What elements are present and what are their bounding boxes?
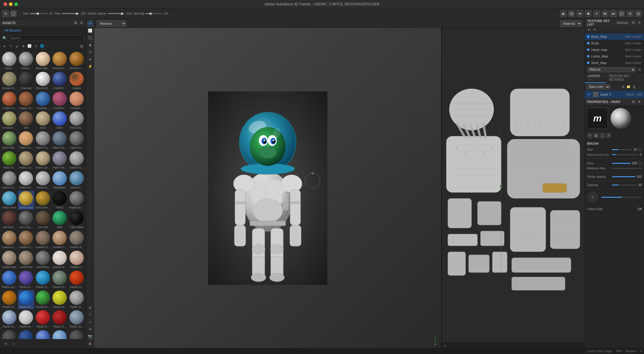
toolbar-icon-6[interactable]: ⏮ bbox=[610, 10, 617, 17]
material-item[interactable]: Plastic R... bbox=[35, 310, 51, 329]
tab-layers-close[interactable]: ✕ bbox=[589, 78, 591, 81]
material-item[interactable]: Copper bbox=[68, 71, 85, 91]
props-tool-1[interactable]: ✏ bbox=[587, 133, 592, 138]
material-item[interactable]: Plastic M... bbox=[1, 310, 17, 329]
layer-tool-add[interactable]: ⊕ bbox=[620, 85, 625, 89]
toolbar-icon-1[interactable] bbox=[560, 10, 566, 17]
sidebar-tool-render[interactable]: ◐ bbox=[87, 340, 94, 347]
material-item[interactable]: Plastic Th... bbox=[1, 330, 17, 339]
tool-btn-sphere[interactable]: ● bbox=[2, 43, 7, 49]
material-item[interactable]: Iron Old bbox=[35, 210, 51, 230]
sidebar-tool-2[interactable]: ⬜ bbox=[87, 27, 94, 34]
size-prop-slider[interactable] bbox=[612, 149, 632, 150]
maximize-button[interactable] bbox=[14, 2, 18, 6]
material-item[interactable]: Plastic Ar... bbox=[18, 270, 34, 289]
layer-row[interactable]: 👁 Layer 1 Norm- 100 bbox=[585, 91, 644, 98]
min-size-slider[interactable] bbox=[612, 154, 639, 155]
material-item[interactable]: Leather C... bbox=[1, 230, 17, 249]
tsl-item[interactable]: Body... Main shader bbox=[585, 40, 644, 46]
material-item[interactable]: Gold Armor bbox=[18, 191, 34, 210]
spacing-prop-slider[interactable] bbox=[612, 185, 637, 185]
tsl-item[interactable]: Limbs_Map Main shader bbox=[585, 53, 644, 60]
material-item[interactable]: Plastic Us... bbox=[18, 330, 34, 339]
material-item[interactable]: Fabric UC... bbox=[68, 151, 85, 170]
sidebar-tool-paint[interactable]: ✏ bbox=[87, 20, 94, 27]
layer-tool-folder[interactable]: 📁 bbox=[626, 85, 631, 89]
material-item[interactable]: Leather C... bbox=[18, 230, 34, 249]
tsl-item[interactable]: Shell_Map Main shader bbox=[585, 60, 644, 66]
sidebar-tool-4[interactable]: ◆ bbox=[87, 42, 94, 48]
assets-settings-icon[interactable]: ⚙ bbox=[73, 21, 78, 25]
material-item[interactable]: Glass Visor bbox=[1, 191, 17, 210]
rotation-slider[interactable] bbox=[601, 197, 642, 198]
material-item[interactable]: Creature... bbox=[35, 91, 51, 110]
material-item[interactable]: Chrome B... bbox=[35, 71, 51, 91]
tool-btn-more[interactable]: … bbox=[46, 43, 51, 49]
material-item[interactable]: Fabric Co... bbox=[35, 131, 51, 150]
material-item[interactable]: Rubber Dr... bbox=[68, 330, 85, 339]
material-item[interactable]: Leather F... bbox=[52, 230, 68, 249]
stroke-opacity-prop-slider[interactable] bbox=[612, 176, 635, 177]
viewport-material-select[interactable]: Material bbox=[97, 20, 126, 27]
material-item[interactable]: Dirt bbox=[18, 111, 34, 130]
material-item[interactable]: Leather R... bbox=[68, 230, 85, 249]
tsl-close-icon[interactable]: ✕ bbox=[637, 20, 642, 25]
flow-prop-slider[interactable] bbox=[612, 163, 631, 164]
material-item[interactable]: Dust bbox=[35, 111, 51, 130]
brush-preview[interactable]: m bbox=[587, 108, 608, 129]
material-item[interactable]: Plastic Gl... bbox=[18, 290, 34, 309]
flow-slider[interactable] bbox=[62, 13, 80, 14]
material-item[interactable]: Creature ... bbox=[68, 91, 85, 110]
material-item[interactable]: Fabric Str... bbox=[52, 151, 68, 170]
material-item[interactable]: Marble Fl... bbox=[52, 250, 68, 269]
material-selector-icon-1[interactable]: ⊡ bbox=[637, 67, 642, 72]
min-flow-slider[interactable] bbox=[612, 168, 642, 169]
props-tool-4[interactable]: ✕ bbox=[606, 133, 611, 138]
sidebar-tool-help[interactable]: ? bbox=[87, 312, 94, 318]
material-item[interactable]: Fabric De... bbox=[52, 131, 68, 150]
tsl-tool-2[interactable]: ⊕ bbox=[592, 27, 597, 32]
minimize-button[interactable] bbox=[9, 2, 13, 6]
material-item[interactable]: Alumin... bbox=[1, 51, 17, 71]
toolbar-icon-9[interactable] bbox=[635, 10, 642, 17]
material-item[interactable]: Fabric Lin... bbox=[35, 151, 51, 170]
material-item[interactable]: Creature ... bbox=[1, 111, 17, 130]
material-item[interactable]: Plastic Di... bbox=[68, 290, 85, 309]
layer-tool-delete[interactable]: 🗑 bbox=[632, 85, 637, 89]
material-item[interactable]: Plastic Di... bbox=[35, 290, 51, 309]
material-item[interactable]: Plastic Di... bbox=[1, 290, 17, 309]
tool-btn-filter[interactable]: ⧖ bbox=[33, 43, 38, 49]
material-item[interactable]: Plastic Us... bbox=[35, 330, 51, 339]
tsl-expand-icon[interactable]: ⊡ bbox=[631, 20, 636, 25]
material-item[interactable]: Gold Dam... bbox=[35, 191, 51, 210]
tsl-settings-btn[interactable]: Settings bbox=[616, 20, 630, 25]
material-item[interactable]: Marble V... bbox=[68, 250, 85, 269]
material-item[interactable]: Bone Styl... bbox=[35, 51, 51, 71]
toolbar-icon-2[interactable] bbox=[568, 10, 575, 17]
size-slider[interactable] bbox=[30, 13, 48, 14]
tool-settings[interactable] bbox=[10, 10, 17, 17]
material-item[interactable]: Glass Fl... bbox=[68, 171, 85, 190]
sidebar-tool-layers[interactable]: ≡ bbox=[87, 319, 94, 325]
tsl-item[interactable]: Body_Map Main shader bbox=[585, 33, 644, 40]
material-item[interactable]: Fabric Ca... bbox=[18, 131, 34, 150]
tool-btn-texture[interactable]: ⬜ bbox=[27, 43, 32, 49]
sidebar-tool-6[interactable]: ◈ bbox=[87, 56, 94, 63]
sidebar-tool-settings[interactable]: ⚙ bbox=[87, 305, 94, 311]
material-item[interactable]: Cobalt D... bbox=[52, 71, 68, 91]
material-item[interactable]: Fabric Lin... bbox=[18, 151, 34, 170]
tool-btn-alpha[interactable]: ◈ bbox=[21, 43, 26, 49]
toolbar-icon-pause[interactable] bbox=[602, 10, 608, 17]
sidebar-tool-camera[interactable]: 📷 bbox=[87, 333, 94, 340]
viewport-display-select[interactable]: Material bbox=[560, 20, 582, 27]
material-item[interactable]: Hull Dam... bbox=[1, 210, 17, 230]
toolbar-icon-8[interactable] bbox=[627, 10, 633, 17]
material-item[interactable]: Fiberglass bbox=[52, 171, 68, 190]
material-item[interactable]: Plastic Di... bbox=[52, 270, 68, 289]
search-input[interactable] bbox=[8, 35, 84, 41]
material-item[interactable]: Latex Black bbox=[68, 210, 85, 230]
tsl-item[interactable]: Head_map Main shader bbox=[585, 46, 644, 53]
assets-bottom-icon-2[interactable]: ≡ bbox=[10, 341, 17, 347]
toolbar-icon-3[interactable] bbox=[577, 10, 583, 17]
assets-bottom-icon-1[interactable]: ⊕ bbox=[2, 341, 9, 347]
